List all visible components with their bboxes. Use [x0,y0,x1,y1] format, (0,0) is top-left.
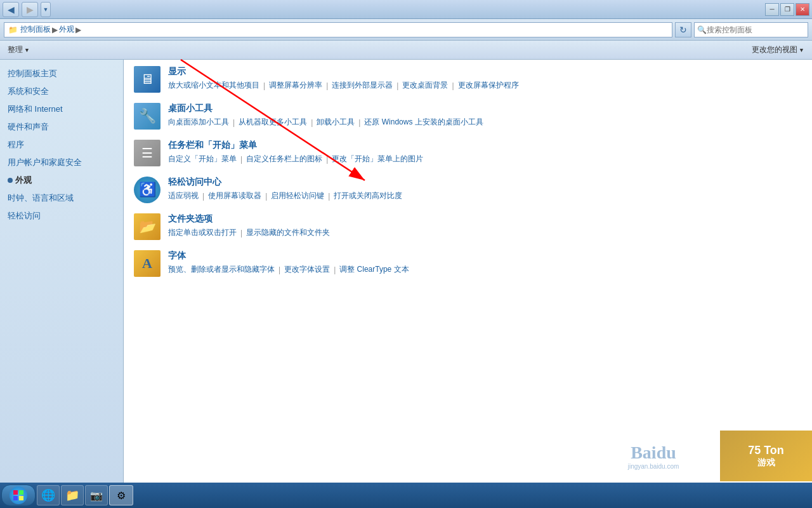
sidebar-item-programs[interactable]: 程序 [0,136,123,154]
fonts-title[interactable]: 字体 [168,250,802,262]
title-bar-left: ◀ ▶ ▼ [3,2,51,17]
taskbar-link-0[interactable]: 自定义「开始」菜单 [168,154,237,164]
display-link-1[interactable]: 调整屏幕分辨率 [269,80,322,91]
window-controls: ─ ❐ ✕ [765,3,809,16]
svg-rect-3 [19,490,23,495]
display-link-3[interactable]: 更改桌面背景 [402,80,448,91]
folder-link-1[interactable]: 显示隐藏的文件和文件夹 [246,227,330,238]
easyaccess-link-0[interactable]: 适应弱视 [168,190,199,201]
close-button[interactable]: ✕ [796,3,809,16]
folder-link-0[interactable]: 指定单击或双击打开 [168,227,237,238]
easyaccess-title[interactable]: 轻松访问中心 [168,177,802,188]
sidebar-item-easyaccess[interactable]: 轻松访问 [0,207,123,225]
svg-rect-4 [13,496,18,500]
folder-taskbar-icon: 📁 [65,488,79,502]
media-icon: 📷 [90,490,103,502]
fonts-icon: A [134,250,160,277]
game-badge: 75 Ton 游戏 [720,431,812,481]
fonts-item: A 字体 预览、删除或者显示和隐藏字体 | 更改字体设置 | 调整 ClearT… [134,250,802,277]
gadgets-link-2[interactable]: 卸载小工具 [317,117,355,128]
sidebar-item-clock[interactable]: 时钟、语言和区域 [0,189,123,207]
gadgets-link-0[interactable]: 向桌面添加小工具 [168,117,229,128]
gadgets-link-3[interactable]: 还原 Windows 上安装的桌面小工具 [364,117,483,128]
breadcrumb-appearance[interactable]: 外观 [59,24,74,35]
display-item: 🖥 显示 放大或缩小文本和其他项目 | 调整屏幕分辨率 | 连接到外部显示器 |… [134,66,802,93]
search-icon: 🔍 [697,25,707,34]
address-bar: 📁 控制面板 ▶ 外观 ▶ ↻ 🔍 [0,19,812,41]
taskbar-media[interactable]: 📷 [85,485,108,505]
windows-logo [10,486,27,504]
fonts-links: 预览、删除或者显示和隐藏字体 | 更改字体设置 | 调整 ClearType 文… [168,264,802,275]
taskbar-link-1[interactable]: 自定义任务栏上的图标 [246,154,322,164]
refresh-button[interactable]: ↻ [675,22,691,37]
sidebar-item-hardware[interactable]: 硬件和声音 [0,118,123,136]
sidebar-item-system[interactable]: 系统和安全 [0,83,123,100]
folder-icon: 📂 [134,213,160,240]
gadgets-link-1[interactable]: 从机器取更多小工具 [239,117,307,128]
gadgets-title[interactable]: 桌面小工具 [168,103,802,114]
taskbar-item: ☰ 任务栏和「开始」菜单 自定义「开始」菜单 | 自定义任务栏上的图标 | 更改… [134,140,802,166]
display-link-4[interactable]: 更改屏幕保护程序 [458,80,519,91]
taskbar-title[interactable]: 任务栏和「开始」菜单 [168,140,802,151]
restore-button[interactable]: ❐ [780,3,794,16]
back-button[interactable]: ◀ [3,2,19,17]
easyaccess-link-2[interactable]: 启用轻松访问键 [271,190,324,201]
svg-rect-2 [13,490,18,495]
start-button[interactable] [1,485,36,506]
taskbar: 🌐 📁 📷 ⚙ [0,483,812,508]
title-bar: ◀ ▶ ▼ ─ ❐ ✕ [0,0,812,19]
active-indicator [8,178,13,183]
content-area: 🖥 显示 放大或缩小文本和其他项目 | 调整屏幕分辨率 | 连接到外部显示器 |… [124,60,812,507]
gadgets-item: 🔧 桌面小工具 向桌面添加小工具 | 从机器取更多小工具 | 卸载小工具 | 还… [134,103,802,130]
display-link-2[interactable]: 连接到外部显示器 [332,80,393,91]
easyaccess-link-1[interactable]: 使用屏幕读取器 [208,190,261,201]
gadgets-links: 向桌面添加小工具 | 从机器取更多小工具 | 卸载小工具 | 还原 Window… [168,117,802,128]
sidebar: 控制面板主页 系统和安全 网络和 Internet 硬件和声音 程序 用户帐户和… [0,60,124,507]
dropdown-button[interactable]: ▼ [41,2,51,17]
easyaccess-item: ♿ 轻松访问中心 适应弱视 | 使用屏幕读取器 | 启用轻松访问键 | 打开或关… [134,177,802,203]
taskbar-ie[interactable]: 🌐 [37,485,60,505]
easyaccess-icon: ♿ [134,177,160,203]
minimize-button[interactable]: ─ [765,3,779,16]
view-button[interactable]: 更改您的视图 ▼ [749,43,807,57]
ie-icon: 🌐 [41,488,55,502]
toolbar: 整理 ▼ 更改您的视图 ▼ [0,41,812,60]
folder-links: 指定单击或双击打开 | 显示隐藏的文件和文件夹 [168,227,802,238]
sidebar-item-network[interactable]: 网络和 Internet [0,100,123,118]
display-links: 放大或缩小文本和其他项目 | 调整屏幕分辨率 | 连接到外部显示器 | 更改桌面… [168,80,802,91]
address-path[interactable]: 📁 控制面板 ▶ 外观 ▶ [4,22,672,37]
taskbar-explorer[interactable]: 📁 [61,485,84,505]
easyaccess-link-3[interactable]: 打开或关闭高对比度 [334,190,402,201]
folder-title[interactable]: 文件夹选项 [168,213,802,225]
display-icon: 🖥 [134,66,160,93]
easyaccess-links: 适应弱视 | 使用屏幕读取器 | 启用轻松访问键 | 打开或关闭高对比度 [168,190,802,201]
sidebar-item-useraccount[interactable]: 用户帐户和家庭安全 [0,154,123,171]
forward-button[interactable]: ▶ [22,2,38,17]
main-container: 控制面板主页 系统和安全 网络和 Internet 硬件和声音 程序 用户帐户和… [0,60,812,507]
organize-button[interactable]: 整理 ▼ [5,43,32,57]
fonts-link-2[interactable]: 调整 ClearType 文本 [339,264,409,275]
taskbar-links: 自定义「开始」菜单 | 自定义任务栏上的图标 | 更改「开始」菜单上的图片 [168,154,802,164]
taskbar-icon: ☰ [134,140,160,166]
breadcrumb-controlpanel[interactable]: 控制面板 [20,24,51,35]
taskbar-link-2[interactable]: 更改「开始」菜单上的图片 [332,154,423,164]
folder-icon: 📁 [8,25,18,34]
taskbar-controlpanel[interactable]: ⚙ [109,485,133,505]
display-title[interactable]: 显示 [168,66,802,77]
sidebar-item-home[interactable]: 控制面板主页 [0,65,123,83]
svg-rect-5 [19,496,23,500]
fonts-link-0[interactable]: 预览、删除或者显示和隐藏字体 [168,264,275,275]
controlpanel-taskbar-icon: ⚙ [117,490,126,502]
sidebar-item-appearance[interactable]: 外观 [15,175,32,186]
search-input[interactable] [707,25,805,34]
fonts-link-1[interactable]: 更改字体设置 [284,264,330,275]
folder-item: 📂 文件夹选项 指定单击或双击打开 | 显示隐藏的文件和文件夹 [134,213,802,240]
search-box[interactable]: 🔍 [694,22,808,37]
display-link-0[interactable]: 放大或缩小文本和其他项目 [168,80,259,91]
gadgets-icon: 🔧 [134,103,160,130]
